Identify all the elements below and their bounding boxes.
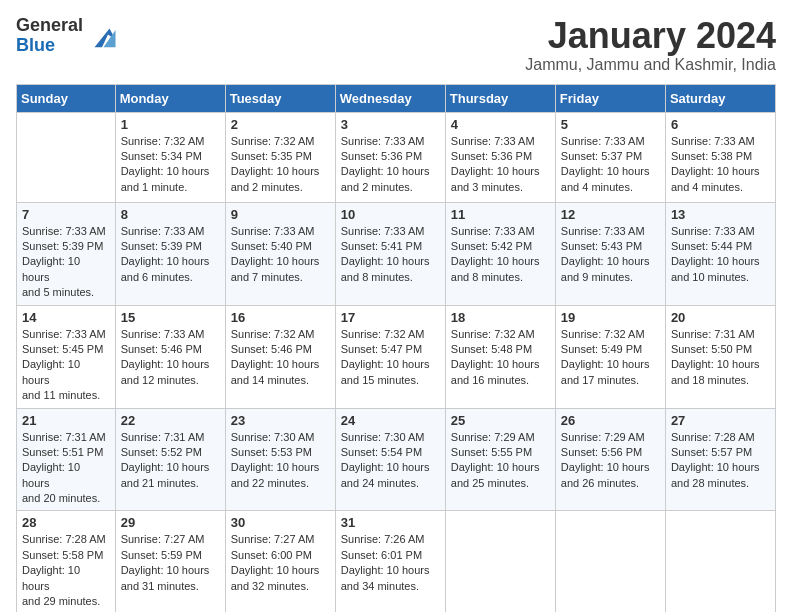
day-number: 22 xyxy=(121,413,220,428)
calendar-week-2: 7Sunrise: 7:33 AM Sunset: 5:39 PM Daylig… xyxy=(17,202,776,305)
day-number: 31 xyxy=(341,515,440,530)
day-info: Sunrise: 7:33 AM Sunset: 5:37 PM Dayligh… xyxy=(561,134,660,196)
calendar-cell: 28Sunrise: 7:28 AM Sunset: 5:58 PM Dayli… xyxy=(17,511,116,612)
day-info: Sunrise: 7:32 AM Sunset: 5:49 PM Dayligh… xyxy=(561,327,660,389)
day-info: Sunrise: 7:33 AM Sunset: 5:41 PM Dayligh… xyxy=(341,224,440,286)
calendar-cell: 19Sunrise: 7:32 AM Sunset: 5:49 PM Dayli… xyxy=(555,305,665,408)
weekday-header-saturday: Saturday xyxy=(665,84,775,112)
calendar-cell: 9Sunrise: 7:33 AM Sunset: 5:40 PM Daylig… xyxy=(225,202,335,305)
day-number: 14 xyxy=(22,310,110,325)
day-number: 1 xyxy=(121,117,220,132)
calendar-cell: 26Sunrise: 7:29 AM Sunset: 5:56 PM Dayli… xyxy=(555,408,665,511)
day-number: 7 xyxy=(22,207,110,222)
calendar-cell: 24Sunrise: 7:30 AM Sunset: 5:54 PM Dayli… xyxy=(335,408,445,511)
calendar-cell: 6Sunrise: 7:33 AM Sunset: 5:38 PM Daylig… xyxy=(665,112,775,202)
calendar-table: SundayMondayTuesdayWednesdayThursdayFrid… xyxy=(16,84,776,612)
day-number: 27 xyxy=(671,413,770,428)
calendar-cell: 13Sunrise: 7:33 AM Sunset: 5:44 PM Dayli… xyxy=(665,202,775,305)
location-title: Jammu, Jammu and Kashmir, India xyxy=(525,56,776,74)
day-info: Sunrise: 7:33 AM Sunset: 5:39 PM Dayligh… xyxy=(22,224,110,301)
calendar-cell xyxy=(665,511,775,612)
day-number: 4 xyxy=(451,117,550,132)
day-info: Sunrise: 7:32 AM Sunset: 5:48 PM Dayligh… xyxy=(451,327,550,389)
calendar-cell: 29Sunrise: 7:27 AM Sunset: 5:59 PM Dayli… xyxy=(115,511,225,612)
day-info: Sunrise: 7:32 AM Sunset: 5:34 PM Dayligh… xyxy=(121,134,220,196)
calendar-cell: 15Sunrise: 7:33 AM Sunset: 5:46 PM Dayli… xyxy=(115,305,225,408)
calendar-cell: 12Sunrise: 7:33 AM Sunset: 5:43 PM Dayli… xyxy=(555,202,665,305)
calendar-cell: 1Sunrise: 7:32 AM Sunset: 5:34 PM Daylig… xyxy=(115,112,225,202)
day-info: Sunrise: 7:31 AM Sunset: 5:52 PM Dayligh… xyxy=(121,430,220,492)
day-number: 9 xyxy=(231,207,330,222)
weekday-header-friday: Friday xyxy=(555,84,665,112)
day-number: 17 xyxy=(341,310,440,325)
day-number: 28 xyxy=(22,515,110,530)
day-info: Sunrise: 7:29 AM Sunset: 5:56 PM Dayligh… xyxy=(561,430,660,492)
weekday-header-sunday: Sunday xyxy=(17,84,116,112)
day-number: 26 xyxy=(561,413,660,428)
month-title: January 2024 xyxy=(525,16,776,56)
calendar-cell: 25Sunrise: 7:29 AM Sunset: 5:55 PM Dayli… xyxy=(445,408,555,511)
weekday-header-row: SundayMondayTuesdayWednesdayThursdayFrid… xyxy=(17,84,776,112)
weekday-header-wednesday: Wednesday xyxy=(335,84,445,112)
logo: General Blue xyxy=(16,16,117,56)
calendar-cell: 3Sunrise: 7:33 AM Sunset: 5:36 PM Daylig… xyxy=(335,112,445,202)
calendar-cell: 21Sunrise: 7:31 AM Sunset: 5:51 PM Dayli… xyxy=(17,408,116,511)
day-info: Sunrise: 7:32 AM Sunset: 5:35 PM Dayligh… xyxy=(231,134,330,196)
calendar-cell: 18Sunrise: 7:32 AM Sunset: 5:48 PM Dayli… xyxy=(445,305,555,408)
day-number: 30 xyxy=(231,515,330,530)
calendar-cell xyxy=(17,112,116,202)
logo-icon xyxy=(87,21,117,51)
day-info: Sunrise: 7:33 AM Sunset: 5:36 PM Dayligh… xyxy=(451,134,550,196)
day-number: 5 xyxy=(561,117,660,132)
calendar-cell: 31Sunrise: 7:26 AM Sunset: 6:01 PM Dayli… xyxy=(335,511,445,612)
day-number: 13 xyxy=(671,207,770,222)
day-info: Sunrise: 7:27 AM Sunset: 6:00 PM Dayligh… xyxy=(231,532,330,594)
day-info: Sunrise: 7:30 AM Sunset: 5:54 PM Dayligh… xyxy=(341,430,440,492)
header: General Blue January 2024 Jammu, Jammu a… xyxy=(16,16,776,74)
calendar-cell: 22Sunrise: 7:31 AM Sunset: 5:52 PM Dayli… xyxy=(115,408,225,511)
calendar-cell: 8Sunrise: 7:33 AM Sunset: 5:39 PM Daylig… xyxy=(115,202,225,305)
calendar-cell: 7Sunrise: 7:33 AM Sunset: 5:39 PM Daylig… xyxy=(17,202,116,305)
calendar-cell: 4Sunrise: 7:33 AM Sunset: 5:36 PM Daylig… xyxy=(445,112,555,202)
day-info: Sunrise: 7:33 AM Sunset: 5:38 PM Dayligh… xyxy=(671,134,770,196)
day-info: Sunrise: 7:33 AM Sunset: 5:40 PM Dayligh… xyxy=(231,224,330,286)
day-number: 10 xyxy=(341,207,440,222)
day-info: Sunrise: 7:33 AM Sunset: 5:43 PM Dayligh… xyxy=(561,224,660,286)
day-info: Sunrise: 7:32 AM Sunset: 5:47 PM Dayligh… xyxy=(341,327,440,389)
calendar-cell: 11Sunrise: 7:33 AM Sunset: 5:42 PM Dayli… xyxy=(445,202,555,305)
day-number: 24 xyxy=(341,413,440,428)
weekday-header-monday: Monday xyxy=(115,84,225,112)
day-number: 29 xyxy=(121,515,220,530)
day-info: Sunrise: 7:29 AM Sunset: 5:55 PM Dayligh… xyxy=(451,430,550,492)
calendar-cell: 20Sunrise: 7:31 AM Sunset: 5:50 PM Dayli… xyxy=(665,305,775,408)
day-info: Sunrise: 7:31 AM Sunset: 5:51 PM Dayligh… xyxy=(22,430,110,507)
calendar-cell: 17Sunrise: 7:32 AM Sunset: 5:47 PM Dayli… xyxy=(335,305,445,408)
day-number: 2 xyxy=(231,117,330,132)
calendar-cell: 16Sunrise: 7:32 AM Sunset: 5:46 PM Dayli… xyxy=(225,305,335,408)
title-section: January 2024 Jammu, Jammu and Kashmir, I… xyxy=(525,16,776,74)
day-number: 21 xyxy=(22,413,110,428)
calendar-week-3: 14Sunrise: 7:33 AM Sunset: 5:45 PM Dayli… xyxy=(17,305,776,408)
day-number: 15 xyxy=(121,310,220,325)
calendar-cell xyxy=(555,511,665,612)
day-number: 8 xyxy=(121,207,220,222)
day-info: Sunrise: 7:26 AM Sunset: 6:01 PM Dayligh… xyxy=(341,532,440,594)
day-number: 20 xyxy=(671,310,770,325)
day-info: Sunrise: 7:28 AM Sunset: 5:57 PM Dayligh… xyxy=(671,430,770,492)
logo-general-text: General xyxy=(16,16,83,36)
calendar-cell: 23Sunrise: 7:30 AM Sunset: 5:53 PM Dayli… xyxy=(225,408,335,511)
calendar-cell: 27Sunrise: 7:28 AM Sunset: 5:57 PM Dayli… xyxy=(665,408,775,511)
day-number: 6 xyxy=(671,117,770,132)
day-info: Sunrise: 7:33 AM Sunset: 5:44 PM Dayligh… xyxy=(671,224,770,286)
calendar-cell: 2Sunrise: 7:32 AM Sunset: 5:35 PM Daylig… xyxy=(225,112,335,202)
day-number: 12 xyxy=(561,207,660,222)
weekday-header-tuesday: Tuesday xyxy=(225,84,335,112)
day-info: Sunrise: 7:27 AM Sunset: 5:59 PM Dayligh… xyxy=(121,532,220,594)
day-number: 19 xyxy=(561,310,660,325)
day-info: Sunrise: 7:33 AM Sunset: 5:36 PM Dayligh… xyxy=(341,134,440,196)
day-number: 16 xyxy=(231,310,330,325)
calendar-week-1: 1Sunrise: 7:32 AM Sunset: 5:34 PM Daylig… xyxy=(17,112,776,202)
day-number: 18 xyxy=(451,310,550,325)
calendar-cell: 14Sunrise: 7:33 AM Sunset: 5:45 PM Dayli… xyxy=(17,305,116,408)
calendar-cell xyxy=(445,511,555,612)
